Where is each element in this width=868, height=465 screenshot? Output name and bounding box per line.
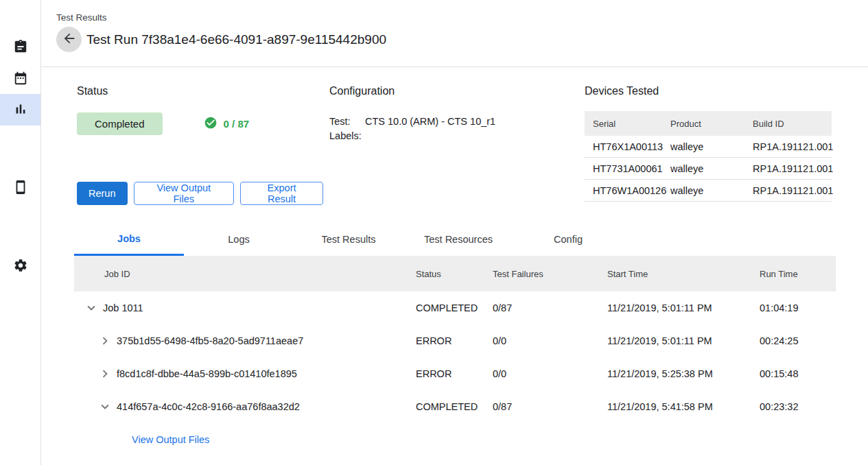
page-content: Status Completed 0 / 87 Rerun View Outpu… (41, 67, 868, 465)
configuration-section: Configuration Test: CTS 10.0 (ARM) - CTS… (329, 85, 585, 205)
device-product: walleye (670, 185, 753, 196)
bar-chart-icon (13, 102, 28, 119)
devices-col-build: Build ID (753, 119, 832, 129)
export-result-button[interactable]: Export Result (240, 182, 323, 205)
device-serial: HT7731A00061 (593, 163, 670, 174)
tab-jobs[interactable]: Jobs (74, 223, 184, 256)
view-output-files-link[interactable]: View Output Files (132, 434, 209, 445)
job-id: 414f657a-4c0c-42c8-9166-aa76f8aa32d2 (117, 401, 300, 412)
job-failures: 0/0 (493, 335, 607, 346)
device-product: walleye (670, 163, 753, 174)
sidebar-item-schedule[interactable] (0, 63, 40, 95)
chevron-right-icon[interactable] (97, 366, 113, 382)
tab-test-results[interactable]: Test Results (294, 223, 403, 256)
device-serial: HT76W1A00126 (593, 185, 670, 196)
job-start-time: 11/21/2019, 5:01:11 PM (607, 335, 760, 346)
devices-col-serial: Serial (593, 119, 670, 129)
job-status: COMPLETED (416, 401, 493, 412)
pass-ratio-value: 0 / 87 (224, 118, 250, 130)
job-id: f8cd1c8f-dbbe-44a5-899b-c01410fe1895 (117, 368, 297, 379)
devices-col-product: Product (670, 119, 753, 129)
devices-table: Serial Product Build ID HT76X1A00113 wal… (585, 111, 832, 202)
sidebar-item-test-plans[interactable] (0, 32, 40, 63)
jobs-col-job-id: Job ID (74, 269, 416, 279)
jobs-table-header: Job ID Status Test Failures Start Time R… (74, 256, 836, 291)
job-status: ERROR (416, 368, 493, 379)
breadcrumb: Test Results (56, 12, 868, 23)
job-start-time: 11/21/2019, 5:25:38 PM (607, 368, 760, 379)
device-build-id: RP1A.191121.001 (753, 163, 833, 174)
status-heading: Status (77, 85, 329, 97)
device-build-id: RP1A.191121.001 (753, 141, 833, 152)
config-labels-label: Labels: (329, 129, 365, 143)
table-row: Job 1011 COMPLETED 0/87 11/21/2019, 5:01… (74, 291, 836, 324)
main-area: Test Results Test Run 7f38a1e4-6e66-4091… (41, 0, 868, 465)
job-run-time: 00:24:25 (760, 335, 836, 346)
device-row: HT7731A00061 walleye RP1A.191121.001 (585, 158, 832, 180)
device-row: HT76X1A00113 walleye RP1A.191121.001 (585, 136, 832, 158)
chevron-down-icon[interactable] (83, 300, 99, 316)
configuration-heading: Configuration (329, 85, 585, 97)
config-test-value: CTS 10.0 (ARM) - CTS 10_r1 (365, 115, 495, 129)
status-section: Status Completed 0 / 87 Rerun View Outpu… (77, 85, 329, 205)
job-start-time: 11/21/2019, 5:01:11 PM (607, 302, 760, 313)
page-header: Test Results Test Run 7f38a1e4-6e66-4091… (41, 0, 868, 67)
chevron-right-icon[interactable] (97, 333, 113, 349)
device-serial: HT76X1A00113 (593, 141, 670, 152)
chevron-down-icon[interactable] (97, 398, 113, 415)
table-row: 414f657a-4c0c-42c8-9166-aa76f8aa32d2 COM… (74, 390, 836, 423)
job-output-link-row: View Output Files (74, 423, 836, 456)
table-row: 375b1d55-6498-4fb5-8a20-5ad9711aeae7 ERR… (74, 324, 836, 357)
job-start-time: 11/21/2019, 5:41:58 PM (607, 401, 760, 412)
devices-tested-section: Devices Tested Serial Product Build ID H… (585, 85, 836, 205)
status-badge: Completed (77, 112, 163, 135)
jobs-col-test-failures: Test Failures (493, 269, 607, 279)
tab-logs[interactable]: Logs (184, 223, 294, 256)
job-failures: 0/0 (493, 368, 607, 379)
job-run-time: 00:23:32 (760, 401, 836, 412)
rerun-button[interactable]: Rerun (77, 182, 128, 205)
job-failures: 0/87 (493, 401, 607, 412)
device-row: HT76W1A00126 walleye RP1A.191121.001 (585, 180, 832, 202)
job-id: Job 1011 (103, 302, 143, 313)
check-circle-icon (204, 116, 224, 132)
jobs-table: Job ID Status Test Failures Start Time R… (74, 256, 836, 456)
clipboard-icon (13, 39, 28, 56)
job-status: COMPLETED (416, 302, 493, 313)
app-root: Test Results Test Run 7f38a1e4-6e66-4091… (0, 0, 868, 465)
sidebar-item-devices[interactable] (0, 172, 40, 204)
job-run-time: 01:04:19 (760, 302, 836, 313)
smartphone-icon (13, 180, 28, 197)
job-id: 375b1d55-6498-4fb5-8a20-5ad9711aeae7 (117, 335, 303, 346)
sidebar-nav (0, 0, 41, 465)
view-output-files-button[interactable]: View Output Files (134, 182, 235, 205)
pass-ratio: 0 / 87 (204, 116, 250, 132)
settings-gear-icon (13, 258, 28, 275)
job-failures: 0/87 (493, 302, 607, 313)
devices-heading: Devices Tested (585, 85, 836, 97)
config-test-label: Test: (329, 115, 365, 129)
table-row: f8cd1c8f-dbbe-44a5-899b-c01410fe1895 ERR… (74, 357, 836, 390)
sidebar-item-settings[interactable] (0, 250, 40, 282)
tab-test-resources[interactable]: Test Resources (403, 223, 513, 256)
device-product: walleye (670, 141, 753, 152)
back-button[interactable] (56, 27, 82, 52)
jobs-col-run-time: Run Time (760, 269, 836, 279)
calendar-icon (13, 71, 28, 88)
job-run-time: 00:15:48 (760, 368, 836, 379)
jobs-col-start-time: Start Time (607, 269, 760, 279)
job-status: ERROR (416, 335, 493, 346)
sidebar-item-test-results[interactable] (0, 94, 40, 126)
devices-table-header: Serial Product Build ID (585, 111, 832, 136)
jobs-col-status: Status (416, 269, 493, 279)
tab-bar: Jobs Logs Test Results Test Resources Co… (74, 223, 836, 256)
tab-config[interactable]: Config (513, 223, 623, 256)
page-title: Test Run 7f38a1e4-6e66-4091-a897-9e11544… (86, 32, 386, 47)
arrow-back-icon (62, 31, 77, 48)
device-build-id: RP1A.191121.001 (753, 185, 833, 196)
